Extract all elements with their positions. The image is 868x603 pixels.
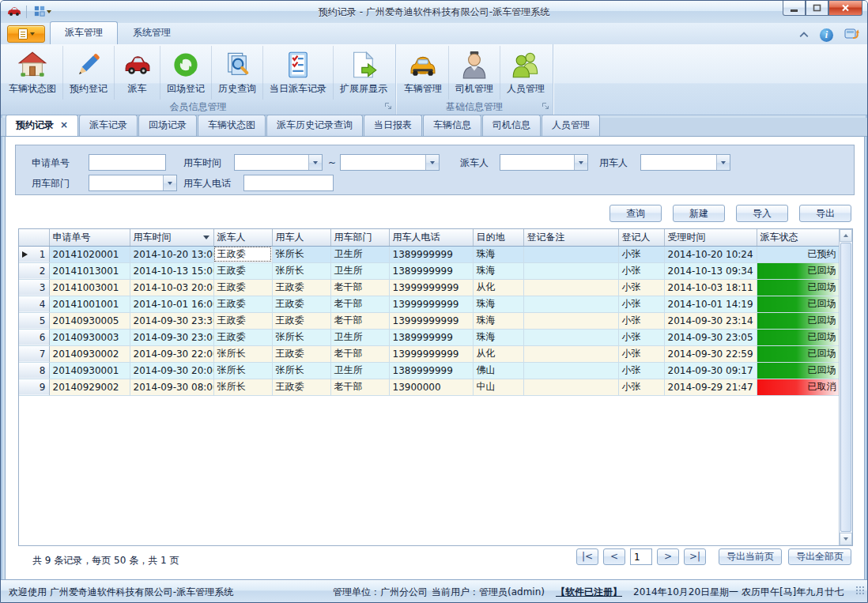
- col-car-user[interactable]: 用车人: [272, 229, 330, 246]
- table-row[interactable]: 7201409300022014-09-30 22:00张所长王政委老干部139…: [19, 345, 840, 362]
- import-button[interactable]: 导入: [736, 205, 788, 222]
- next-page-button[interactable]: >: [657, 548, 679, 565]
- table-row[interactable]: 1201410200012014-10-20 13:00王政委张所长卫生所138…: [19, 246, 840, 262]
- cell[interactable]: 2014-09-30 22:59: [664, 345, 757, 362]
- cell[interactable]: 珠海: [473, 246, 523, 262]
- combo-dropdown-button[interactable]: [308, 155, 322, 170]
- cell[interactable]: [523, 329, 618, 345]
- dispatcher-combo[interactable]: [500, 154, 588, 171]
- first-page-button[interactable]: |<: [576, 548, 598, 565]
- ribbon-button-history-query[interactable]: 历史查询: [212, 46, 263, 100]
- table-row[interactable]: 3201410030012014-10-03 20:00王政委王政委老干部139…: [19, 279, 840, 296]
- row-indicator[interactable]: 9: [19, 379, 49, 395]
- export-all-pages-button[interactable]: 导出全部页: [788, 548, 851, 565]
- status-cell[interactable]: 已回场: [757, 312, 840, 329]
- status-cell[interactable]: 已回场: [757, 345, 840, 362]
- new-button[interactable]: 新建: [673, 205, 725, 222]
- export-current-page-button[interactable]: 导出当前页: [719, 548, 782, 565]
- table-row[interactable]: 5201409300052014-09-30 23:30王政委王政委老干部139…: [19, 312, 840, 329]
- table-row[interactable]: 4201410010012014-10-01 16:00王政委王政委老干部139…: [19, 296, 840, 312]
- dialog-launcher-icon[interactable]: [542, 101, 549, 112]
- row-indicator[interactable]: 4: [19, 296, 49, 312]
- cell[interactable]: 20140930003: [49, 329, 130, 345]
- cell[interactable]: 王政委: [272, 279, 330, 296]
- cell[interactable]: 小张: [618, 246, 664, 262]
- export-button[interactable]: 导出: [799, 205, 851, 222]
- cell[interactable]: [523, 279, 618, 296]
- cell[interactable]: 2014-10-13 15:00: [130, 262, 213, 279]
- cell[interactable]: 小张: [618, 362, 664, 379]
- cell[interactable]: 珠海: [473, 312, 523, 329]
- ribbon-button-vehicle-management[interactable]: 车辆管理: [398, 46, 449, 100]
- prev-page-button[interactable]: <: [603, 548, 625, 565]
- col-department[interactable]: 用车部门: [330, 229, 389, 246]
- doc-tab-daily-report[interactable]: 当日报表: [364, 115, 422, 136]
- ribbon-button-today-dispatch-records[interactable]: 当日派车记录: [263, 46, 334, 100]
- info-icon[interactable]: i: [820, 28, 833, 42]
- col-destination[interactable]: 目的地: [473, 229, 523, 246]
- scroll-down-icon[interactable]: [840, 533, 852, 545]
- cell[interactable]: 2014-09-30 08:00: [130, 379, 213, 395]
- cell[interactable]: 王政委: [272, 379, 330, 395]
- cell[interactable]: 卫生所: [330, 362, 389, 379]
- cell[interactable]: 2014-09-30 23:00: [130, 329, 213, 345]
- cell[interactable]: 20141020001: [49, 246, 130, 262]
- cell[interactable]: [523, 246, 618, 262]
- status-cell[interactable]: 已回场: [757, 262, 840, 279]
- status-cell[interactable]: 已回场: [757, 362, 840, 379]
- table-row[interactable]: 8201409300012014-09-30 20:00张所长张所长卫生所138…: [19, 362, 840, 379]
- cell[interactable]: 王政委: [272, 312, 330, 329]
- combo-dropdown-button[interactable]: [574, 155, 587, 170]
- scrollbar-thumb[interactable]: [840, 243, 851, 532]
- application-no-input[interactable]: [89, 154, 166, 171]
- col-use-time[interactable]: 用车时间: [130, 229, 213, 246]
- cell[interactable]: 13999999999: [389, 345, 473, 362]
- department-combo[interactable]: [89, 175, 177, 191]
- cell[interactable]: 张所长: [272, 329, 330, 345]
- cell[interactable]: 20141013001: [49, 262, 130, 279]
- row-indicator[interactable]: 2: [19, 262, 49, 279]
- car-user-combo[interactable]: [640, 154, 730, 171]
- ribbon-tab-system[interactable]: 系统管理: [118, 21, 186, 44]
- cell[interactable]: 20141001001: [49, 296, 130, 312]
- close-button[interactable]: [828, 1, 862, 16]
- doc-tab-dispatch-history-query[interactable]: 派车历史记录查询: [266, 115, 363, 136]
- cell[interactable]: 老干部: [330, 279, 389, 296]
- cell[interactable]: 卫生所: [330, 329, 389, 345]
- row-indicator[interactable]: 1: [19, 246, 49, 262]
- cell[interactable]: 王政委: [213, 312, 272, 329]
- table-row[interactable]: 9201409290022014-09-30 08:00张所长王政委老干部139…: [19, 379, 840, 395]
- cell[interactable]: 从化: [473, 345, 523, 362]
- ribbon-button-vehicle-status-map[interactable]: 车辆状态图: [2, 46, 63, 100]
- cell[interactable]: 2014-09-29 21:47: [664, 379, 757, 395]
- cell[interactable]: 小张: [618, 262, 664, 279]
- col-application-no[interactable]: 申请单号: [49, 229, 130, 246]
- table-row[interactable]: 2201410130012014-10-13 15:00王政委张所长卫生所138…: [19, 262, 840, 279]
- row-indicator[interactable]: 5: [19, 312, 49, 329]
- status-cell[interactable]: 已预约: [757, 246, 840, 262]
- cell[interactable]: 2014-10-03 18:11: [664, 279, 757, 296]
- cell[interactable]: [523, 312, 618, 329]
- doc-tab-personnel-management[interactable]: 人员管理: [542, 115, 600, 136]
- cell[interactable]: 13999999999: [389, 279, 473, 296]
- cell[interactable]: 老干部: [330, 379, 389, 395]
- cell[interactable]: 2014-10-20 10:24: [664, 246, 757, 262]
- status-cell[interactable]: 已回场: [757, 279, 840, 296]
- cell[interactable]: 老干部: [330, 345, 389, 362]
- cell[interactable]: 中山: [473, 379, 523, 395]
- cell[interactable]: [523, 262, 618, 279]
- scroll-up-icon[interactable]: [840, 229, 852, 242]
- row-indicator[interactable]: 7: [19, 345, 49, 362]
- ribbon-button-personnel-management[interactable]: 人员管理: [500, 46, 551, 100]
- cell[interactable]: 王政委: [213, 279, 272, 296]
- cell[interactable]: 13999999999: [389, 312, 473, 329]
- cell[interactable]: [523, 296, 618, 312]
- status-cell[interactable]: 已取消: [757, 379, 840, 395]
- cell[interactable]: 张所长: [213, 345, 272, 362]
- doc-tab-driver-info[interactable]: 司机信息: [482, 115, 541, 136]
- cell[interactable]: 小张: [618, 345, 664, 362]
- cell[interactable]: 13999999999: [389, 296, 473, 312]
- dialog-launcher-icon[interactable]: [384, 101, 392, 112]
- cell[interactable]: 从化: [473, 279, 523, 296]
- last-page-button[interactable]: >|: [684, 548, 706, 565]
